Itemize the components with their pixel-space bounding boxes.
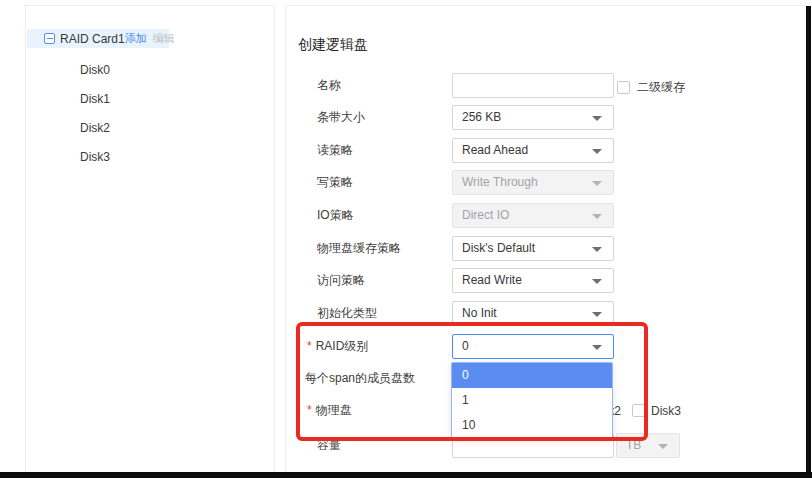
- page-title: 创建逻辑盘: [298, 36, 368, 54]
- span-members-label: 每个span的成员盘数: [305, 366, 415, 391]
- disk-cache-policy-select[interactable]: Disk's Default: [452, 236, 614, 261]
- access-policy-label: 访问策略: [317, 268, 365, 293]
- required-asterisk: *: [307, 403, 312, 417]
- io-policy-select: Direct IO: [452, 203, 614, 228]
- physical-disk-option-disk3: Disk3: [632, 404, 692, 417]
- read-policy-select[interactable]: Read Ahead: [452, 138, 614, 163]
- name-input[interactable]: [452, 73, 614, 98]
- init-type-label: 初始化类型: [317, 301, 377, 326]
- capacity-unit-select: TB: [616, 433, 680, 458]
- raid-level-label: *RAID级别: [307, 334, 368, 359]
- add-link[interactable]: 添加: [125, 31, 147, 46]
- stripe-size-select[interactable]: 256 KB: [452, 105, 614, 130]
- capacity-label: 容量: [317, 433, 341, 458]
- read-policy-label: 读策略: [317, 138, 353, 163]
- write-policy-select: Write Through: [452, 170, 614, 195]
- stripe-size-label: 条带大小: [317, 105, 365, 130]
- raid-level-dropdown-list: 0 1 10: [451, 362, 613, 439]
- physical-disk-label: *物理盘: [307, 398, 352, 423]
- tree-node-label: RAID Card1: [60, 32, 125, 46]
- io-policy-label: IO策略: [317, 203, 354, 228]
- raid-config-screen: RAID Card1 添加 编辑 Disk0 Disk1 Disk2 Disk3…: [0, 0, 812, 479]
- l2-cache-label: 二级缓存: [637, 79, 685, 96]
- raid-level-option-10[interactable]: 10: [452, 413, 612, 438]
- screenshot-border-bottom: [0, 472, 812, 478]
- screenshot-border-right: [806, 6, 811, 478]
- collapse-minus-icon[interactable]: [44, 33, 55, 44]
- disk3-checkbox[interactable]: [632, 404, 645, 417]
- raid-level-option-0[interactable]: 0: [452, 363, 612, 388]
- tree-node-disk1[interactable]: Disk1: [27, 85, 267, 114]
- tree-node-disk0[interactable]: Disk0: [27, 56, 267, 85]
- tree-node-disk3[interactable]: Disk3: [27, 143, 267, 172]
- raid-level-option-1[interactable]: 1: [452, 388, 612, 413]
- edit-link: 编辑: [153, 31, 175, 46]
- disk-cache-policy-label: 物理盘缓存策略: [317, 236, 401, 261]
- raid-level-select[interactable]: 0: [452, 334, 614, 359]
- access-policy-select[interactable]: Read Write: [452, 268, 614, 293]
- raid-tree-panel: RAID Card1 添加 编辑 Disk0 Disk1 Disk2 Disk3: [25, 5, 275, 472]
- name-label: 名称: [317, 73, 341, 98]
- write-policy-label: 写策略: [317, 170, 353, 195]
- tree-node-raid-card1[interactable]: RAID Card1 添加 编辑: [27, 29, 169, 48]
- required-asterisk: *: [307, 339, 312, 353]
- tree-children: Disk0 Disk1 Disk2 Disk3: [27, 52, 267, 172]
- l2-cache-option: 二级缓存: [617, 79, 685, 96]
- tree-node-disk2[interactable]: Disk2: [27, 114, 267, 143]
- l2-cache-checkbox[interactable]: [617, 81, 630, 94]
- init-type-select[interactable]: No Init: [452, 301, 614, 326]
